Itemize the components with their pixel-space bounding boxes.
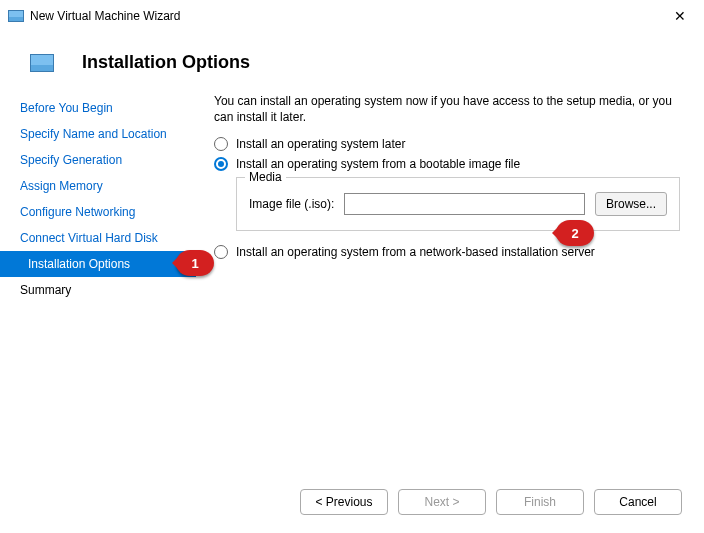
next-button[interactable]: Next > [398, 489, 486, 515]
option-network-label: Install an operating system from a netwo… [236, 245, 595, 259]
content-area: Before You Begin Specify Name and Locati… [0, 91, 704, 471]
option-image-label: Install an operating system from a boota… [236, 157, 520, 171]
page-header: Installation Options [0, 32, 704, 91]
option-install-later[interactable]: Install an operating system later [214, 137, 680, 151]
option-later-label: Install an operating system later [236, 137, 405, 151]
intro-text: You can install an operating system now … [214, 93, 680, 125]
main-panel: You can install an operating system now … [196, 91, 704, 471]
titlebar: New Virtual Machine Wizard ✕ [0, 0, 704, 32]
radio-icon[interactable] [214, 157, 228, 171]
window-title: New Virtual Machine Wizard [30, 9, 181, 23]
wizard-footer: < Previous Next > Finish Cancel [300, 489, 682, 515]
finish-button[interactable]: Finish [496, 489, 584, 515]
option-install-network[interactable]: Install an operating system from a netwo… [214, 245, 680, 259]
annotation-callout-2: 2 [556, 220, 594, 246]
sidebar-item-summary[interactable]: Summary [0, 277, 196, 303]
sidebar-item-before-you-begin[interactable]: Before You Begin [0, 95, 196, 121]
close-icon[interactable]: ✕ [664, 8, 696, 24]
option-install-image[interactable]: Install an operating system from a boota… [214, 157, 680, 171]
radio-icon[interactable] [214, 245, 228, 259]
sidebar-item-connect-vhd[interactable]: Connect Virtual Hard Disk [0, 225, 196, 251]
browse-button[interactable]: Browse... [595, 192, 667, 216]
media-legend: Media [245, 170, 286, 184]
wizard-steps-sidebar: Before You Begin Specify Name and Locati… [0, 91, 196, 471]
image-file-label: Image file (.iso): [249, 197, 334, 211]
sidebar-item-assign-memory[interactable]: Assign Memory [0, 173, 196, 199]
app-icon [8, 10, 24, 22]
media-group: Media Image file (.iso): Browse... [236, 177, 680, 231]
sidebar-item-specify-generation[interactable]: Specify Generation [0, 147, 196, 173]
image-file-input[interactable] [344, 193, 585, 215]
sidebar-item-specify-name[interactable]: Specify Name and Location [0, 121, 196, 147]
annotation-callout-1: 1 [176, 250, 214, 276]
radio-icon[interactable] [214, 137, 228, 151]
cancel-button[interactable]: Cancel [594, 489, 682, 515]
sidebar-item-configure-networking[interactable]: Configure Networking [0, 199, 196, 225]
previous-button[interactable]: < Previous [300, 489, 388, 515]
page-title: Installation Options [82, 52, 250, 73]
wizard-icon [30, 54, 54, 72]
